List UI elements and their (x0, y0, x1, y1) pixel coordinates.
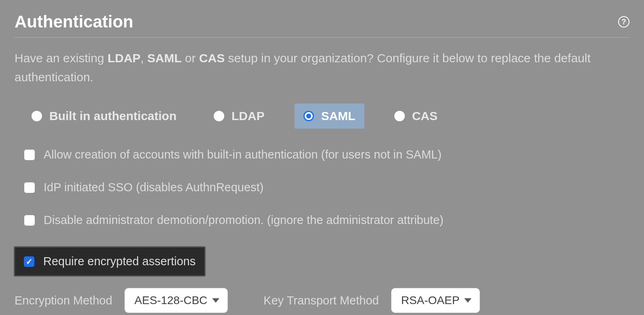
checkbox-input-allow-creation[interactable] (24, 150, 35, 160)
checkbox-idp-sso[interactable]: IdP initiated SSO (disables AuthnRequest… (15, 181, 629, 194)
checkbox-input-disable-admin[interactable] (24, 215, 35, 226)
checkbox-label-disable-admin: Disable administrator demotion/promotion… (44, 214, 444, 227)
encryption-controls: Encryption Method AES-128-CBC Key Transp… (15, 288, 629, 313)
radio-input-builtin[interactable] (32, 111, 42, 121)
radio-label-builtin: Built in authentication (49, 109, 177, 123)
page-title: Authentication (15, 12, 133, 32)
checkbox-require-encrypted[interactable]: Require encrypted assertions (14, 246, 206, 277)
help-icon[interactable]: ? (618, 16, 629, 27)
encryption-method-value: AES-128-CBC (135, 294, 208, 307)
encryption-method-label: Encryption Method (15, 294, 112, 307)
radio-label-saml: SAML (321, 109, 356, 123)
chevron-down-icon (212, 298, 219, 303)
section-header: Authentication ? (15, 12, 629, 38)
radio-label-ldap: LDAP (232, 109, 265, 123)
radio-input-ldap[interactable] (214, 111, 224, 121)
auth-method-radio-group: Built in authentication LDAP SAML CAS (15, 104, 629, 129)
encryption-method-select[interactable]: AES-128-CBC (124, 288, 228, 313)
checkbox-allow-creation[interactable]: Allow creation of accounts with built-in… (15, 148, 629, 161)
checkbox-label-allow-creation-main: Allow creation of accounts with built-in… (44, 148, 321, 161)
radio-input-cas[interactable] (394, 111, 405, 121)
radio-label-cas: CAS (412, 109, 438, 123)
radio-builtin[interactable]: Built in authentication (24, 105, 184, 127)
checkbox-label-allow-creation-hint: (for users not in SAML) (321, 148, 442, 161)
desc-sep1: , (141, 51, 147, 65)
checkbox-label-require-encrypted: Require encrypted assertions (43, 255, 196, 268)
checkbox-label-allow-creation: Allow creation of accounts with built-in… (44, 148, 442, 161)
radio-input-saml[interactable] (303, 111, 314, 121)
checkbox-label-idp-sso: IdP initiated SSO (disables AuthnRequest… (44, 181, 263, 194)
radio-cas[interactable]: CAS (387, 105, 445, 127)
chevron-down-icon (464, 298, 471, 303)
desc-prefix: Have an existing (15, 51, 107, 65)
desc-ldap: LDAP (107, 51, 141, 65)
key-transport-label: Key Transport Method (263, 294, 379, 307)
key-transport-select[interactable]: RSA-OAEP (391, 288, 480, 313)
checkbox-input-idp-sso[interactable] (24, 182, 35, 193)
desc-cas: CAS (199, 51, 225, 65)
key-transport-value: RSA-OAEP (401, 294, 460, 307)
checkbox-disable-admin[interactable]: Disable administrator demotion/promotion… (15, 214, 629, 227)
section-description: Have an existing LDAP, SAML or CAS setup… (15, 49, 629, 87)
desc-sep2: or (181, 51, 199, 65)
checkbox-input-require-encrypted[interactable] (24, 256, 34, 267)
radio-ldap[interactable]: LDAP (206, 105, 272, 127)
desc-saml: SAML (147, 51, 181, 65)
radio-saml[interactable]: SAML (295, 104, 364, 129)
